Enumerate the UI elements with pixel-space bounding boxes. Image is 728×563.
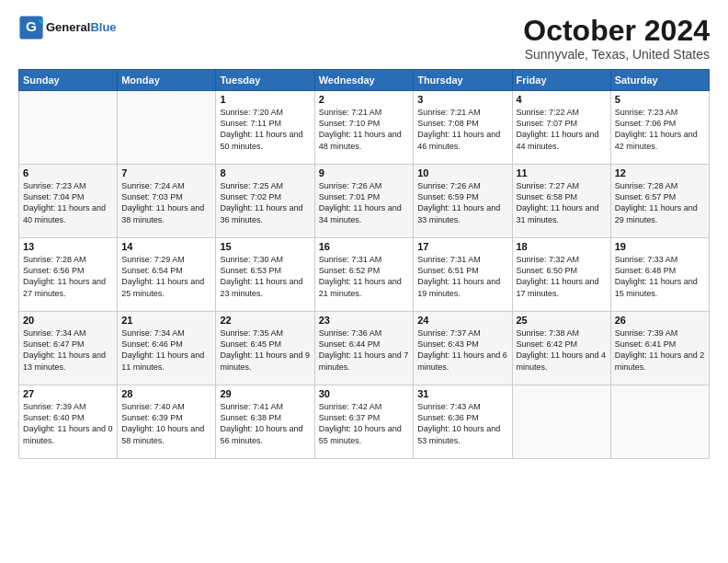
logo-blue: Blue <box>90 20 116 34</box>
day-number: 18 <box>517 241 607 252</box>
weekday-header-saturday: Saturday <box>610 70 709 91</box>
day-info: Sunrise: 7:35 AM Sunset: 6:45 PM Dayligh… <box>220 327 310 373</box>
day-number: 29 <box>220 388 310 399</box>
calendar-cell: 18Sunrise: 7:32 AM Sunset: 6:50 PM Dayli… <box>512 238 610 312</box>
weekday-header-sunday: Sunday <box>19 70 118 91</box>
day-info: Sunrise: 7:26 AM Sunset: 6:59 PM Dayligh… <box>417 180 507 225</box>
calendar-cell: 2Sunrise: 7:21 AM Sunset: 7:10 PM Daylig… <box>314 91 413 165</box>
day-number: 21 <box>121 315 211 326</box>
day-info: Sunrise: 7:30 AM Sunset: 6:53 PM Dayligh… <box>220 254 310 299</box>
day-number: 2 <box>319 94 409 105</box>
calendar-cell: 22Sunrise: 7:35 AM Sunset: 6:45 PM Dayli… <box>216 312 314 385</box>
weekday-header-friday: Friday <box>512 70 610 91</box>
day-number: 13 <box>23 241 113 252</box>
day-info: Sunrise: 7:23 AM Sunset: 7:04 PM Dayligh… <box>23 180 113 225</box>
page: G GeneralBlue October 2024 Sunnyvale, Te… <box>0 0 728 468</box>
day-number: 23 <box>319 315 409 326</box>
day-number: 7 <box>121 167 211 178</box>
logo-general: General <box>46 20 90 34</box>
day-number: 12 <box>615 167 705 178</box>
calendar-cell: 1Sunrise: 7:20 AM Sunset: 7:11 PM Daylig… <box>216 91 314 165</box>
day-number: 6 <box>23 167 113 178</box>
calendar-cell: 20Sunrise: 7:34 AM Sunset: 6:47 PM Dayli… <box>19 312 118 385</box>
day-info: Sunrise: 7:31 AM Sunset: 6:51 PM Dayligh… <box>417 254 507 299</box>
day-number: 22 <box>220 315 310 326</box>
day-number: 4 <box>517 94 607 105</box>
calendar-cell: 30Sunrise: 7:42 AM Sunset: 6:37 PM Dayli… <box>314 385 413 459</box>
calendar-cell <box>118 91 216 165</box>
day-info: Sunrise: 7:24 AM Sunset: 7:03 PM Dayligh… <box>121 180 211 225</box>
header: G GeneralBlue October 2024 Sunnyvale, Te… <box>18 15 710 62</box>
day-number: 1 <box>220 94 310 105</box>
day-info: Sunrise: 7:32 AM Sunset: 6:50 PM Dayligh… <box>517 254 607 299</box>
day-info: Sunrise: 7:28 AM Sunset: 6:56 PM Dayligh… <box>23 254 113 299</box>
day-number: 24 <box>417 315 507 326</box>
title-block: October 2024 Sunnyvale, Texas, United St… <box>523 15 710 62</box>
day-number: 17 <box>417 241 507 252</box>
day-number: 11 <box>517 167 607 178</box>
svg-text:G: G <box>26 18 37 34</box>
day-info: Sunrise: 7:26 AM Sunset: 7:01 PM Dayligh… <box>319 180 409 225</box>
day-info: Sunrise: 7:21 AM Sunset: 7:08 PM Dayligh… <box>417 107 507 152</box>
day-number: 27 <box>23 388 113 399</box>
calendar-cell: 21Sunrise: 7:34 AM Sunset: 6:46 PM Dayli… <box>118 312 216 385</box>
day-info: Sunrise: 7:33 AM Sunset: 6:48 PM Dayligh… <box>615 254 705 299</box>
month-title: October 2024 <box>523 15 710 47</box>
calendar-cell: 29Sunrise: 7:41 AM Sunset: 6:38 PM Dayli… <box>216 385 314 459</box>
calendar-cell: 19Sunrise: 7:33 AM Sunset: 6:48 PM Dayli… <box>610 238 709 312</box>
calendar-cell: 23Sunrise: 7:36 AM Sunset: 6:44 PM Dayli… <box>314 312 413 385</box>
day-info: Sunrise: 7:31 AM Sunset: 6:52 PM Dayligh… <box>319 254 409 299</box>
calendar-cell: 25Sunrise: 7:38 AM Sunset: 6:42 PM Dayli… <box>512 312 610 385</box>
calendar-cell: 12Sunrise: 7:28 AM Sunset: 6:57 PM Dayli… <box>610 165 709 238</box>
day-info: Sunrise: 7:22 AM Sunset: 7:07 PM Dayligh… <box>517 107 607 152</box>
day-info: Sunrise: 7:38 AM Sunset: 6:42 PM Dayligh… <box>517 327 607 373</box>
logo: G GeneralBlue <box>18 15 117 40</box>
calendar-body: 1Sunrise: 7:20 AM Sunset: 7:11 PM Daylig… <box>19 91 710 459</box>
week-row-2: 6Sunrise: 7:23 AM Sunset: 7:04 PM Daylig… <box>19 165 710 238</box>
day-number: 3 <box>417 94 507 105</box>
calendar-cell: 8Sunrise: 7:25 AM Sunset: 7:02 PM Daylig… <box>216 165 314 238</box>
calendar-cell <box>610 385 709 459</box>
day-info: Sunrise: 7:40 AM Sunset: 6:39 PM Dayligh… <box>121 401 211 446</box>
day-info: Sunrise: 7:39 AM Sunset: 6:40 PM Dayligh… <box>23 401 113 446</box>
day-info: Sunrise: 7:25 AM Sunset: 7:02 PM Dayligh… <box>220 180 310 225</box>
calendar-cell: 7Sunrise: 7:24 AM Sunset: 7:03 PM Daylig… <box>118 165 216 238</box>
day-number: 20 <box>23 315 113 326</box>
day-number: 31 <box>417 388 507 399</box>
week-row-4: 20Sunrise: 7:34 AM Sunset: 6:47 PM Dayli… <box>19 312 710 385</box>
calendar-cell: 15Sunrise: 7:30 AM Sunset: 6:53 PM Dayli… <box>216 238 314 312</box>
day-info: Sunrise: 7:42 AM Sunset: 6:37 PM Dayligh… <box>319 401 409 446</box>
day-number: 28 <box>121 388 211 399</box>
day-info: Sunrise: 7:34 AM Sunset: 6:46 PM Dayligh… <box>121 327 211 373</box>
day-info: Sunrise: 7:20 AM Sunset: 7:11 PM Dayligh… <box>220 107 310 152</box>
day-number: 25 <box>517 315 607 326</box>
calendar-table: SundayMondayTuesdayWednesdayThursdayFrid… <box>18 69 710 459</box>
calendar-cell: 4Sunrise: 7:22 AM Sunset: 7:07 PM Daylig… <box>512 91 610 165</box>
day-info: Sunrise: 7:29 AM Sunset: 6:54 PM Dayligh… <box>121 254 211 299</box>
weekday-header-tuesday: Tuesday <box>216 70 314 91</box>
calendar-cell: 6Sunrise: 7:23 AM Sunset: 7:04 PM Daylig… <box>19 165 118 238</box>
calendar-cell: 3Sunrise: 7:21 AM Sunset: 7:08 PM Daylig… <box>414 91 512 165</box>
day-number: 10 <box>417 167 507 178</box>
day-info: Sunrise: 7:39 AM Sunset: 6:41 PM Dayligh… <box>615 327 705 373</box>
location: Sunnyvale, Texas, United States <box>523 47 710 62</box>
week-row-5: 27Sunrise: 7:39 AM Sunset: 6:40 PM Dayli… <box>19 385 710 459</box>
calendar-cell: 16Sunrise: 7:31 AM Sunset: 6:52 PM Dayli… <box>314 238 413 312</box>
day-number: 15 <box>220 241 310 252</box>
calendar-cell: 9Sunrise: 7:26 AM Sunset: 7:01 PM Daylig… <box>314 165 413 238</box>
calendar-header: SundayMondayTuesdayWednesdayThursdayFrid… <box>19 70 710 91</box>
day-number: 26 <box>615 315 705 326</box>
day-info: Sunrise: 7:23 AM Sunset: 7:06 PM Dayligh… <box>615 107 705 152</box>
calendar-cell: 17Sunrise: 7:31 AM Sunset: 6:51 PM Dayli… <box>414 238 512 312</box>
calendar-cell: 31Sunrise: 7:43 AM Sunset: 6:36 PM Dayli… <box>414 385 512 459</box>
calendar-cell: 27Sunrise: 7:39 AM Sunset: 6:40 PM Dayli… <box>19 385 118 459</box>
week-row-3: 13Sunrise: 7:28 AM Sunset: 6:56 PM Dayli… <box>19 238 710 312</box>
weekday-header-thursday: Thursday <box>414 70 512 91</box>
day-number: 8 <box>220 167 310 178</box>
day-info: Sunrise: 7:37 AM Sunset: 6:43 PM Dayligh… <box>417 327 507 373</box>
day-info: Sunrise: 7:21 AM Sunset: 7:10 PM Dayligh… <box>319 107 409 152</box>
day-info: Sunrise: 7:27 AM Sunset: 6:58 PM Dayligh… <box>517 180 607 225</box>
day-number: 5 <box>615 94 705 105</box>
week-row-1: 1Sunrise: 7:20 AM Sunset: 7:11 PM Daylig… <box>19 91 710 165</box>
day-info: Sunrise: 7:41 AM Sunset: 6:38 PM Dayligh… <box>220 401 310 446</box>
